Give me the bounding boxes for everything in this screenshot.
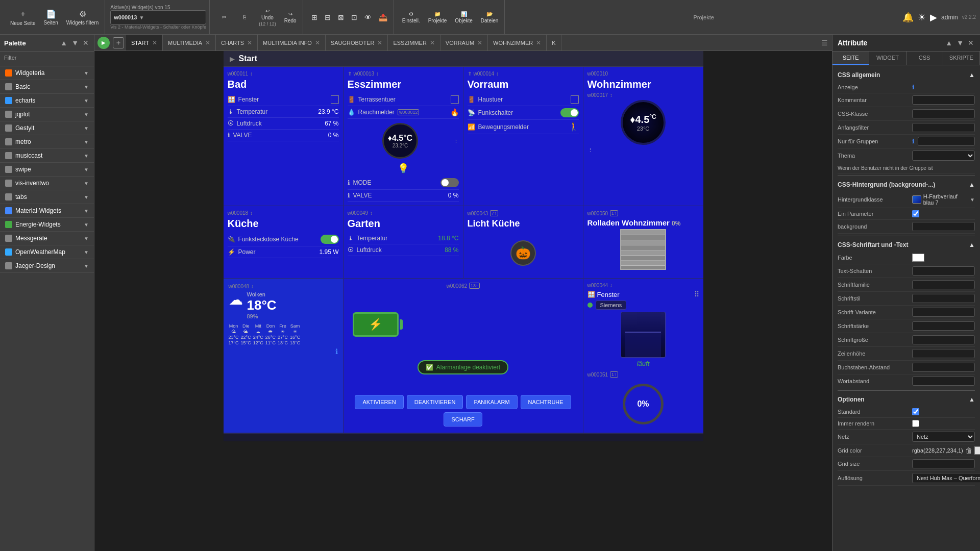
- cut-button[interactable]: ✂: [215, 12, 233, 22]
- attr-immer-rendern-checkbox[interactable]: [912, 420, 919, 427]
- attr-down-btn[interactable]: ▼: [955, 38, 965, 48]
- tab-multimedia[interactable]: MULTIMEDIA ✕: [163, 35, 216, 51]
- bell-icon[interactable]: 🔔: [902, 12, 914, 23]
- aktivieren-button[interactable]: AKTIVIEREN: [355, 395, 403, 409]
- vorraum-funk-toggle[interactable]: [560, 108, 579, 117]
- attr-zeilenhoehe-input[interactable]: [912, 349, 975, 358]
- wohnzimmer-fenster-dots[interactable]: ⠿: [694, 290, 699, 298]
- licht-kueche-emoji[interactable]: 🎃: [510, 240, 536, 266]
- widgets-filter-button[interactable]: ⚙ Widgets filtern: [63, 7, 102, 28]
- scharf-button[interactable]: SCHARF: [444, 412, 482, 427]
- anzeige-info-icon[interactable]: ℹ: [912, 84, 915, 91]
- palette-up-btn[interactable]: ▲: [59, 38, 68, 48]
- vorraum-haus-checkbox[interactable]: [571, 95, 579, 104]
- undo-button[interactable]: ↩ Undo (12 / 12): [256, 6, 279, 29]
- palette-item-widgeteria[interactable]: Widgeteria ▼: [0, 66, 94, 80]
- attr-tab-widget[interactable]: WIDGET: [869, 52, 906, 65]
- tab-multimedia-close[interactable]: ✕: [205, 39, 210, 46]
- attr-gruppen-input[interactable]: [918, 137, 975, 146]
- objekte-button[interactable]: 📊 Objekte: [452, 9, 475, 26]
- attr-tab-skripte[interactable]: SKRIPTE: [943, 52, 980, 65]
- tab-wohnzimmer-close[interactable]: ✕: [536, 39, 541, 46]
- palette-item-jaeger-design[interactable]: Jaeger-Design ▼: [0, 259, 94, 273]
- palette-item-echarts[interactable]: echarts ▼: [0, 94, 94, 108]
- panikalarm-button[interactable]: PANIKALARM: [466, 395, 517, 409]
- add-tab-button[interactable]: ＋: [113, 37, 124, 48]
- attr-schriftfamilie-input[interactable]: [912, 280, 975, 289]
- wohnzimmer-menu-dots[interactable]: ⋮: [587, 147, 699, 154]
- attr-thema-select[interactable]: [912, 151, 975, 161]
- attr-tab-css[interactable]: CSS: [906, 52, 943, 65]
- farbe-swatch[interactable]: [912, 254, 924, 262]
- attr-up-btn[interactable]: ▲: [944, 38, 953, 48]
- settings-button[interactable]: ⚙ Einstell.: [399, 9, 423, 26]
- tab-esszimmer[interactable]: ESSZIMMER ✕: [388, 35, 440, 51]
- tab-saugroboter-close[interactable]: ✕: [377, 39, 382, 46]
- attr-kommentar-input[interactable]: [912, 95, 975, 105]
- redo-button[interactable]: ↪ Redo: [281, 9, 300, 26]
- play-icon[interactable]: ▶: [930, 12, 937, 23]
- palette-item-swipe[interactable]: swipe ▼: [0, 163, 94, 177]
- attr-background-input[interactable]: [912, 222, 975, 231]
- attr-anfangsfilter-input[interactable]: [912, 123, 975, 132]
- attr-schriftstil-input[interactable]: [912, 294, 975, 303]
- tab-vorraum-close[interactable]: ✕: [477, 39, 482, 46]
- weather-info-btn[interactable]: ℹ: [229, 347, 338, 356]
- optionen-header[interactable]: Optionen ▲: [838, 393, 975, 406]
- attr-grid-size-input[interactable]: [912, 459, 975, 468]
- theme-icon[interactable]: ☀: [918, 12, 926, 23]
- palette-close-btn[interactable]: ✕: [82, 38, 90, 48]
- tab-vorraum[interactable]: VORRAUM ✕: [440, 35, 488, 51]
- tab-charts[interactable]: CHARTS ✕: [216, 35, 258, 51]
- palette-item-tabs[interactable]: tabs ▼: [0, 190, 94, 204]
- attr-close-btn[interactable]: ✕: [967, 38, 975, 48]
- palette-item-openweathermap[interactable]: OpenWeatherMap ▼: [0, 245, 94, 259]
- palette-item-messgeraete[interactable]: Messgeräte ▼: [0, 232, 94, 245]
- css-hintergrund-header[interactable]: CSS-Hintergrund (background-...) ▲: [838, 178, 975, 191]
- view-button[interactable]: 👁: [361, 11, 375, 23]
- tab-k[interactable]: K: [547, 35, 561, 51]
- palette-item-gestylt[interactable]: Gestylt ▼: [0, 121, 94, 135]
- align-left-button[interactable]: ⊞: [308, 11, 321, 23]
- palette-item-musiccast[interactable]: musiccast ▼: [0, 149, 94, 163]
- tab-start-close[interactable]: ✕: [152, 39, 157, 46]
- projekte-button[interactable]: 📁 Projekte: [425, 9, 450, 26]
- attr-standard-checkbox[interactable]: [912, 408, 919, 415]
- play-button[interactable]: ▶: [97, 37, 110, 49]
- palette-item-metro[interactable]: metro ▼: [0, 135, 94, 149]
- deaktivieren-button[interactable]: DEAKTIVIEREN: [407, 395, 463, 409]
- attr-netz-select[interactable]: Netz: [912, 432, 975, 442]
- align-right-button[interactable]: ⊠: [335, 11, 347, 23]
- attr-schriftstaerke-input[interactable]: [912, 321, 975, 331]
- bad-fenster-checkbox[interactable]: [331, 95, 339, 104]
- dateien-button[interactable]: 📂 Dateien: [478, 9, 501, 26]
- tab-saugroboter[interactable]: SAUGROBOTER ✕: [326, 35, 388, 51]
- css-schrift-header[interactable]: CSS-Schriftart und -Text ▲: [838, 238, 975, 252]
- align-center-button[interactable]: ⊟: [322, 11, 334, 23]
- grid-color-delete-icon[interactable]: 🗑: [965, 446, 972, 455]
- new-page-button[interactable]: ＋ Neue Seite: [7, 7, 38, 28]
- export-button[interactable]: 📤: [376, 11, 390, 23]
- palette-item-jqplot[interactable]: jqplot ▼: [0, 108, 94, 121]
- palette-item-vis-inventwo[interactable]: vis-inventwo ▼: [0, 177, 94, 190]
- attr-tab-seite[interactable]: SEITE: [832, 52, 869, 65]
- attr-ein-parameter-checkbox[interactable]: [912, 210, 919, 217]
- attr-text-schatten-input[interactable]: [912, 266, 975, 276]
- attr-css-klasse-input[interactable]: [912, 109, 975, 118]
- attr-wortabstand-input[interactable]: [912, 377, 975, 386]
- kueche-funk-toggle[interactable]: [321, 235, 339, 244]
- tab-multimedia-info[interactable]: MULTIMEDIA INFO ✕: [258, 35, 326, 51]
- esszimmer-menu-dots[interactable]: ⋮: [453, 138, 459, 144]
- widget-dropdown[interactable]: w000013 ▼: [110, 10, 206, 24]
- tab-charts-close[interactable]: ✕: [247, 39, 252, 46]
- seiten-button[interactable]: 📄 Seiten: [40, 7, 61, 28]
- attr-buchstaben-abstand-input[interactable]: [912, 363, 975, 372]
- esszimmer-terr-checkbox[interactable]: [451, 95, 459, 104]
- gruppen-info-icon[interactable]: ℹ: [912, 138, 915, 145]
- palette-item-energie-widgets[interactable]: Energie-Widgets ▼: [0, 218, 94, 232]
- tabs-overflow-btn[interactable]: ☰: [817, 39, 832, 47]
- tab-multimedia-info-close[interactable]: ✕: [315, 39, 320, 46]
- hintergrundklasse-dropdown-icon[interactable]: ▼: [970, 197, 975, 203]
- nachtruhe-button[interactable]: NACHTRUHE: [521, 395, 571, 409]
- canvas-scrollbar[interactable]: [224, 433, 703, 441]
